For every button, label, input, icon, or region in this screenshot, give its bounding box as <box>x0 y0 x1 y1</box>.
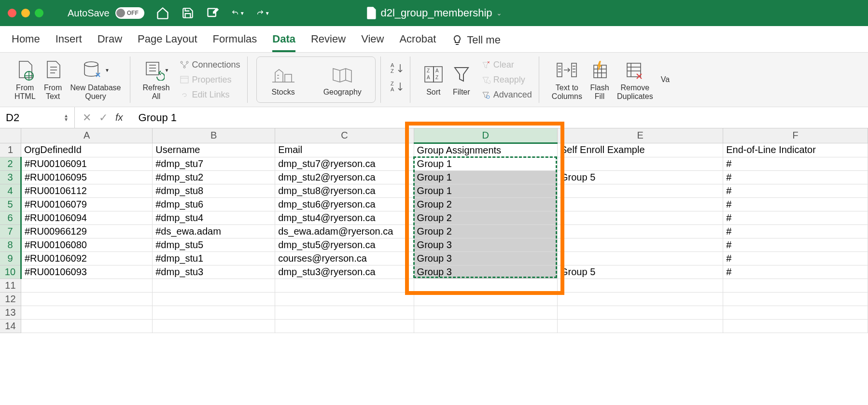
cell-C7[interactable]: ds_ewa.adam@ryerson.ca <box>275 224 414 238</box>
row-header-1[interactable]: 1 <box>0 143 21 157</box>
cell-B7[interactable]: #ds_ewa.adam <box>153 224 275 238</box>
cell-F3[interactable]: # <box>723 170 868 184</box>
cell-F13[interactable] <box>723 306 868 319</box>
cell-C6[interactable]: dmp_stu4@ryerson.ca <box>275 211 414 224</box>
cell-B12[interactable] <box>153 292 275 306</box>
cell-B8[interactable]: #dmp_stu5 <box>153 238 275 251</box>
cell-C14[interactable] <box>275 319 414 333</box>
cell-A13[interactable] <box>21 306 152 319</box>
cell-C12[interactable] <box>275 292 414 306</box>
cell-C3[interactable]: dmp_stu2@ryerson.ca <box>275 170 414 184</box>
row-header-14[interactable]: 14 <box>0 319 21 333</box>
tell-me-search[interactable]: Tell me <box>451 33 501 52</box>
row-header-12[interactable]: 12 <box>0 292 21 306</box>
cell-D2[interactable]: Group 1 <box>414 157 557 170</box>
clear-filter-button[interactable]: Clear <box>479 59 534 71</box>
save-icon[interactable] <box>181 6 195 20</box>
column-header-B[interactable]: B <box>153 128 275 143</box>
cell-C1[interactable]: Email <box>275 143 414 157</box>
from-html-button[interactable]: From HTML <box>11 56 40 103</box>
cell-C9[interactable]: courses@ryerson.ca <box>275 251 414 265</box>
cell-F2[interactable]: # <box>723 157 868 170</box>
cell-F9[interactable]: # <box>723 251 868 265</box>
cell-E4[interactable] <box>558 184 723 197</box>
data-validation-button[interactable]: Va <box>657 73 673 86</box>
column-header-F[interactable]: F <box>723 128 868 143</box>
cell-B9[interactable]: #dmp_stu1 <box>153 251 275 265</box>
minimize-window-button[interactable] <box>21 9 30 17</box>
home-icon[interactable] <box>156 6 169 20</box>
cell-B11[interactable] <box>153 279 275 292</box>
cell-E7[interactable] <box>558 224 723 238</box>
cell-C13[interactable] <box>275 306 414 319</box>
cancel-formula-icon[interactable]: ✕ <box>83 112 91 124</box>
cell-E5[interactable] <box>558 197 723 211</box>
cell-E12[interactable] <box>558 292 723 306</box>
cell-C4[interactable]: dmp_stu8@ryerson.ca <box>275 184 414 197</box>
cell-D4[interactable]: Group 1 <box>414 184 557 197</box>
cell-F4[interactable]: # <box>723 184 868 197</box>
cell-F14[interactable] <box>723 319 868 333</box>
row-header-6[interactable]: 6 <box>0 211 21 224</box>
cell-F1[interactable]: End-of-Line Indicator <box>723 143 868 157</box>
redo-icon[interactable]: ▼ <box>256 6 270 20</box>
from-text-button[interactable]: From Text <box>40 56 67 103</box>
sort-ascending-button[interactable]: AZ <box>390 62 405 75</box>
connections-button[interactable]: Connections <box>178 59 242 71</box>
cell-C10[interactable]: dmp_stu3@ryerson.ca <box>275 265 414 279</box>
row-header-10[interactable]: 10 <box>0 265 21 279</box>
row-header-13[interactable]: 13 <box>0 306 21 319</box>
cell-B2[interactable]: #dmp_stu7 <box>153 157 275 170</box>
cell-A6[interactable]: #RU00106094 <box>21 211 152 224</box>
name-box[interactable]: D2 ▲▼ <box>0 107 75 128</box>
cell-A7[interactable]: #RU00966129 <box>21 224 152 238</box>
advanced-filter-button[interactable]: Advanced <box>479 89 534 101</box>
column-header-A[interactable]: A <box>21 128 152 143</box>
cell-D9[interactable]: Group 3 <box>414 251 557 265</box>
row-header-3[interactable]: 3 <box>0 170 21 184</box>
cell-F10[interactable]: # <box>723 265 868 279</box>
cell-F12[interactable] <box>723 292 868 306</box>
cell-D11[interactable] <box>414 279 557 292</box>
row-header-5[interactable]: 5 <box>0 197 21 211</box>
select-all-corner[interactable] <box>0 128 21 143</box>
cell-E9[interactable] <box>558 251 723 265</box>
cell-A2[interactable]: #RU00106091 <box>21 157 152 170</box>
cell-E13[interactable] <box>558 306 723 319</box>
cell-D12[interactable] <box>414 292 557 306</box>
tab-view[interactable]: View <box>361 33 384 52</box>
cell-D5[interactable]: Group 2 <box>414 197 557 211</box>
cell-A4[interactable]: #RU00106112 <box>21 184 152 197</box>
cell-A14[interactable] <box>21 319 152 333</box>
tab-data[interactable]: Data <box>272 33 295 52</box>
cell-B1[interactable]: Username <box>153 143 275 157</box>
cell-B13[interactable] <box>153 306 275 319</box>
cell-C11[interactable] <box>275 279 414 292</box>
properties-button[interactable]: Properties <box>178 74 242 86</box>
cell-B5[interactable]: #dmp_stu6 <box>153 197 275 211</box>
row-header-2[interactable]: 2 <box>0 157 21 170</box>
cell-D1[interactable]: Group Assignments <box>414 143 557 157</box>
cell-A12[interactable] <box>21 292 152 306</box>
cell-E8[interactable] <box>558 238 723 251</box>
row-header-9[interactable]: 9 <box>0 251 21 265</box>
column-header-D[interactable]: D <box>414 128 557 143</box>
geography-data-type-button[interactable]: Geography <box>320 61 365 98</box>
column-header-E[interactable]: E <box>558 128 723 143</box>
sheet-edit-icon[interactable] <box>206 6 220 20</box>
cell-B14[interactable] <box>153 319 275 333</box>
cell-E6[interactable] <box>558 211 723 224</box>
cell-D8[interactable]: Group 3 <box>414 238 557 251</box>
cell-A5[interactable]: #RU00106079 <box>21 197 152 211</box>
cell-A3[interactable]: #RU00106095 <box>21 170 152 184</box>
tab-page-layout[interactable]: Page Layout <box>138 33 197 52</box>
cell-C2[interactable]: dmp_stu7@ryerson.ca <box>275 157 414 170</box>
cell-F11[interactable] <box>723 279 868 292</box>
row-header-8[interactable]: 8 <box>0 238 21 251</box>
filter-button[interactable]: Filter <box>448 61 475 98</box>
cell-A10[interactable]: #RU00106093 <box>21 265 152 279</box>
refresh-all-button[interactable]: ▼ Refresh All <box>139 56 174 103</box>
cell-E14[interactable] <box>558 319 723 333</box>
autosave-toggle[interactable]: OFF <box>115 7 144 19</box>
tab-home[interactable]: Home <box>12 33 40 52</box>
